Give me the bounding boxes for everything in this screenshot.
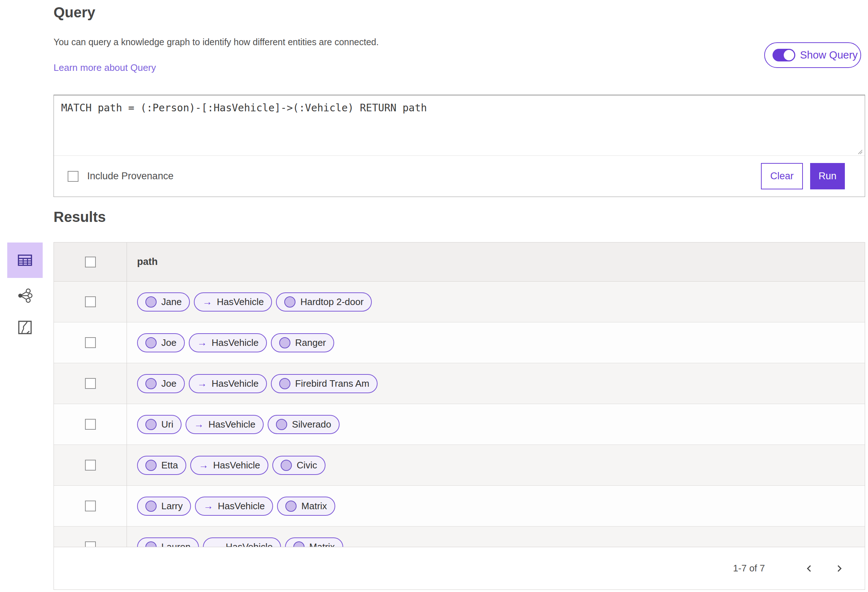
relation-pill[interactable]: → HasVehicle [194,292,272,312]
entity-node-icon [279,378,291,389]
entity-node-icon [279,337,291,348]
entity-node-icon [284,296,295,308]
relation-pill-label: HasVehicle [208,419,255,430]
run-button[interactable]: Run [810,163,845,189]
results-title: Results [53,209,106,225]
relation-pill[interactable]: → HasVehicle [189,374,267,393]
entity-pill-label: Firebird Trans Am [295,378,369,389]
row-select-cell [54,281,127,322]
pagination-range-label: 1-7 of 7 [733,563,765,574]
path-column-header: path [127,256,158,268]
clear-button[interactable]: Clear [761,163,803,189]
table-view-icon [17,252,33,268]
select-all-cell [54,243,127,281]
entity-pill[interactable]: Uri [137,415,182,434]
query-input[interactable]: MATCH path = (:Person)-[:HasVehicle]->(:… [54,96,865,155]
relationship-arrow-icon: → [194,419,204,430]
entity-pill[interactable]: Larry [137,496,191,516]
row-checkbox[interactable] [85,337,96,348]
relationship-arrow-icon: → [202,296,212,308]
path-cell: Etta → HasVehicle Civic [127,456,326,475]
learn-more-link[interactable]: Learn more about Query [53,62,156,74]
entity-node-icon [145,460,156,471]
row-checkbox[interactable] [85,460,96,471]
relationship-arrow-icon: → [197,378,207,389]
entity-pill-label: Matrix [301,501,327,512]
table-row: Joe → HasVehicle Firebird Trans Am [54,363,865,404]
entity-node-icon [276,419,287,430]
table-view-button[interactable] [7,243,43,278]
relation-pill[interactable]: → HasVehicle [186,415,264,434]
relationship-arrow-icon: → [197,337,207,348]
entity-pill[interactable]: Civic [272,456,325,475]
relation-pill-label: HasVehicle [217,296,264,308]
entity-pill-label: Ranger [295,337,326,348]
show-query-toggle[interactable]: Show Query [764,42,861,68]
entity-pill-label: Silverado [292,419,331,430]
table-row: Etta → HasVehicle Civic [54,445,865,486]
page-description: You can query a knowledge graph to ident… [53,37,379,47]
view-selector-rail [7,243,43,342]
entity-pill[interactable]: Ranger [271,333,334,352]
entity-node-icon [280,460,292,471]
path-cell: Joe → HasVehicle Firebird Trans Am [127,374,378,393]
entity-pill[interactable]: Joe [137,333,185,352]
chevron-right-icon [835,564,843,573]
row-checkbox[interactable] [85,501,96,511]
entity-pill-label: Jane [161,296,182,308]
entity-pill[interactable]: Jane [137,292,190,312]
entity-pill[interactable]: Silverado [268,415,339,434]
entity-pill[interactable]: Etta [137,456,186,475]
previous-page-button[interactable] [801,560,818,577]
relation-pill-label: HasVehicle [211,378,258,389]
query-page: Query You can query a knowledge graph to… [0,0,868,592]
entity-pill-label: Joe [161,378,177,389]
relation-pill[interactable]: → HasVehicle [189,333,267,352]
table-row: Uri → HasVehicle Silverado [54,404,865,445]
entity-node-icon [145,378,156,389]
select-all-checkbox[interactable] [85,256,96,268]
query-panel-footer: Include Provenance Clear Run [54,155,865,197]
toggle-knob [784,50,794,60]
path-cell: Joe → HasVehicle Ranger [127,333,334,352]
resize-grip-icon[interactable] [856,148,863,155]
entity-node-icon [145,296,156,308]
include-provenance-checkbox[interactable] [68,171,78,182]
table-row: Joe → HasVehicle Ranger [54,323,865,363]
entity-pill-label: Etta [161,460,178,471]
entity-pill[interactable]: Joe [137,374,185,393]
row-checkbox[interactable] [85,296,96,307]
entity-pill[interactable]: Matrix [277,496,335,516]
row-select-cell [54,404,127,445]
row-checkbox[interactable] [85,378,96,389]
entity-pill[interactable]: Firebird Trans Am [271,374,378,393]
entity-pill[interactable]: Hardtop 2-door [276,292,372,312]
map-view-button[interactable] [7,313,43,342]
link-chart-view-button[interactable] [7,281,43,310]
pagination-bar: 1-7 of 7 [54,547,865,589]
relation-pill[interactable]: → HasVehicle [190,456,269,475]
page-title: Query [53,4,96,21]
relation-pill-label: HasVehicle [218,501,265,512]
entity-pill-label: Larry [161,501,183,512]
entity-pill-label: Civic [297,460,317,471]
relation-pill-label: HasVehicle [213,460,260,471]
toggle-switch-icon[interactable] [772,49,795,62]
row-select-cell [54,445,127,485]
chevron-left-icon [805,564,814,573]
query-panel: MATCH path = (:Person)-[:HasVehicle]->(:… [53,95,865,197]
table-row: Jane → HasVehicle Hardtop 2-door [54,281,865,323]
path-cell: Jane → HasVehicle Hardtop 2-door [127,292,372,312]
table-header-row: path [54,243,865,281]
row-checkbox[interactable] [85,419,96,430]
link-chart-view-icon [17,288,33,303]
path-cell: Uri → HasVehicle Silverado [127,415,340,434]
relationship-arrow-icon: → [203,501,213,512]
next-page-button[interactable] [831,560,847,577]
row-select-cell [54,486,127,526]
table-row: Larry → HasVehicle Matrix [54,486,865,527]
row-select-cell [54,363,127,404]
results-table: path Jane → HasVehicle Hardtop 2-door [53,242,865,590]
relation-pill[interactable]: → HasVehicle [195,496,273,516]
entity-node-icon [145,419,156,430]
